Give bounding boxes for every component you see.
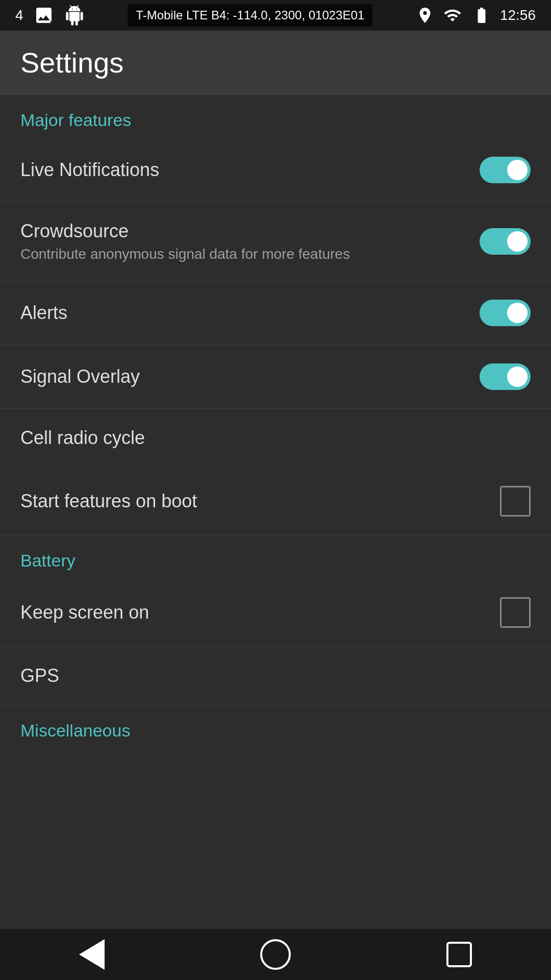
signal-strength: 4: [15, 7, 23, 23]
page-title: Settings: [20, 46, 531, 79]
navigation-bar: [0, 929, 551, 980]
live-notifications-label: Live Notifications: [20, 159, 480, 181]
battery-icon: [471, 6, 492, 24]
start-features-on-boot-content: Start features on boot: [20, 491, 500, 512]
keep-screen-on-checkbox[interactable]: [500, 597, 531, 628]
settings-list: Major features Live Notifications Crowds…: [0, 95, 551, 749]
gps-item[interactable]: GPS: [0, 647, 551, 705]
live-notifications-content: Live Notifications: [20, 159, 480, 181]
home-button[interactable]: [255, 939, 296, 970]
miscellaneous-section-header: Miscellaneous: [0, 705, 551, 749]
signal-overlay-content: Signal Overlay: [20, 366, 480, 387]
battery-section-header: Battery: [0, 535, 551, 579]
time: 12:56: [500, 7, 536, 23]
alerts-item[interactable]: Alerts: [0, 281, 551, 345]
start-features-on-boot-label: Start features on boot: [20, 491, 500, 512]
recent-button[interactable]: [439, 939, 480, 970]
status-bar-left: 4: [15, 5, 85, 26]
app-header: Settings: [0, 31, 551, 95]
gps-content: GPS: [20, 665, 531, 687]
status-bar-right: 12:56: [416, 6, 536, 24]
major-features-section-header: Major features: [0, 95, 551, 138]
keep-screen-on-content: Keep screen on: [20, 602, 500, 623]
wifi-icon: [442, 6, 463, 24]
battery-title: Battery: [20, 551, 76, 570]
keep-screen-on-item[interactable]: Keep screen on: [0, 579, 551, 647]
miscellaneous-title: Miscellaneous: [20, 721, 130, 740]
start-features-on-boot-checkbox[interactable]: [500, 486, 531, 517]
keep-screen-on-label: Keep screen on: [20, 602, 500, 623]
back-button[interactable]: [71, 939, 112, 970]
crowdsource-subtitle: Contribute anonymous signal data for mor…: [20, 246, 480, 262]
start-features-on-boot-item[interactable]: Start features on boot: [0, 468, 551, 535]
signal-overlay-label: Signal Overlay: [20, 366, 480, 387]
signal-overlay-item[interactable]: Signal Overlay: [0, 345, 551, 409]
alerts-content: Alerts: [20, 302, 480, 324]
cell-radio-cycle-content: Cell radio cycle: [20, 427, 531, 449]
status-bar: 4 T-Mobile LTE B4: -114.0, 2300, 01023E0…: [0, 0, 551, 31]
location-icon: [416, 6, 434, 24]
live-notifications-toggle[interactable]: [480, 157, 531, 183]
photos-icon: [34, 5, 54, 26]
android-icon: [64, 5, 85, 26]
crowdsource-label: Crowdsource: [20, 220, 480, 242]
network-info: T-Mobile LTE B4: -114.0, 2300, 01023E01: [128, 4, 372, 27]
crowdsource-toggle[interactable]: [480, 228, 531, 255]
cell-radio-cycle-item[interactable]: Cell radio cycle: [0, 409, 551, 468]
major-features-title: Major features: [20, 110, 131, 130]
alerts-label: Alerts: [20, 302, 480, 324]
crowdsource-content: Crowdsource Contribute anonymous signal …: [20, 220, 480, 262]
gps-label: GPS: [20, 665, 531, 687]
cell-radio-cycle-label: Cell radio cycle: [20, 427, 531, 449]
live-notifications-item[interactable]: Live Notifications: [0, 138, 551, 202]
crowdsource-item[interactable]: Crowdsource Contribute anonymous signal …: [0, 202, 551, 281]
alerts-toggle[interactable]: [480, 300, 531, 326]
signal-overlay-toggle[interactable]: [480, 363, 531, 390]
